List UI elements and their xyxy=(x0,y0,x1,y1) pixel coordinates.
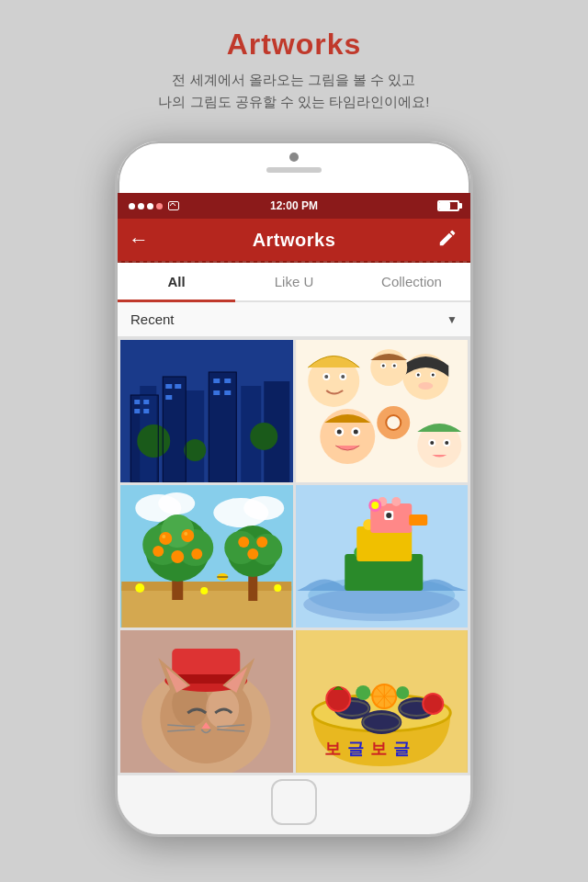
svg-point-45 xyxy=(381,365,384,368)
svg-point-69 xyxy=(171,550,184,563)
artwork-6-image: 보 글 보 글 xyxy=(296,630,469,773)
svg-point-83 xyxy=(274,584,281,592)
svg-point-73 xyxy=(184,532,187,536)
svg-rect-13 xyxy=(175,384,181,389)
svg-point-79 xyxy=(256,537,267,548)
artwork-1[interactable] xyxy=(120,340,293,482)
signal-dot-4 xyxy=(156,203,163,209)
svg-point-20 xyxy=(250,423,277,450)
svg-rect-12 xyxy=(165,384,172,389)
artwork-3-image xyxy=(120,485,293,628)
signal-dot-1 xyxy=(129,203,135,209)
back-button[interactable]: ← xyxy=(129,228,149,252)
svg-point-82 xyxy=(200,587,208,594)
svg-point-57 xyxy=(158,492,195,514)
svg-point-29 xyxy=(324,375,328,379)
svg-rect-5 xyxy=(209,372,236,482)
edit-button[interactable] xyxy=(437,228,458,252)
artwork-4[interactable] xyxy=(296,485,469,628)
home-button[interactable] xyxy=(271,779,317,825)
svg-rect-15 xyxy=(213,379,220,383)
artwork-6[interactable]: 보 글 보 글 xyxy=(296,630,469,773)
svg-point-41 xyxy=(353,430,357,435)
battery-icon xyxy=(437,200,459,211)
svg-point-100 xyxy=(391,497,401,506)
signal-dot-3 xyxy=(147,203,153,209)
sort-arrow-icon: ▼ xyxy=(447,313,458,326)
tab-all[interactable]: All xyxy=(118,263,235,300)
artwork-2[interactable] xyxy=(296,340,469,482)
front-camera xyxy=(289,153,299,162)
svg-point-59 xyxy=(243,496,284,520)
svg-rect-16 xyxy=(224,379,231,383)
svg-text:보: 보 xyxy=(370,740,387,758)
page-subtitle: 전 세계에서 올라오는 그림을 볼 수 있고 나의 그림도 공유할 수 있는 타… xyxy=(121,69,466,113)
speaker-slot xyxy=(266,167,322,173)
sort-bar[interactable]: Recent ▼ xyxy=(118,302,470,337)
svg-point-54 xyxy=(445,441,448,445)
svg-point-71 xyxy=(191,548,202,560)
svg-point-134 xyxy=(327,688,349,710)
svg-point-103 xyxy=(386,513,391,518)
svg-point-67 xyxy=(159,532,172,545)
svg-point-53 xyxy=(430,441,434,445)
svg-point-81 xyxy=(135,583,144,593)
svg-rect-3 xyxy=(163,377,186,482)
svg-point-136 xyxy=(424,695,442,713)
page-background: Artworks 전 세계에서 올라오는 그림을 볼 수 있고 나의 그림도 공… xyxy=(0,0,588,882)
artwork-3[interactable] xyxy=(120,485,293,628)
nav-bar: ← Artworks xyxy=(118,219,470,263)
svg-point-70 xyxy=(153,546,164,557)
wifi-icon xyxy=(168,201,179,210)
phone-shell: 12:00 PM ← Artworks All Like U Collectio… xyxy=(115,139,473,837)
pencil-icon xyxy=(437,228,458,248)
svg-text:글: 글 xyxy=(347,740,364,758)
art-grid: 보 글 보 글 xyxy=(118,337,470,775)
tabs-bar: All Like U Collection xyxy=(118,263,470,302)
svg-point-30 xyxy=(341,375,345,379)
svg-text:보: 보 xyxy=(324,740,341,758)
tab-like-u[interactable]: Like U xyxy=(235,263,353,300)
svg-point-36 xyxy=(418,382,433,390)
svg-rect-14 xyxy=(165,395,172,400)
svg-point-105 xyxy=(371,502,379,509)
artwork-5[interactable] xyxy=(120,630,293,773)
svg-point-78 xyxy=(238,537,249,548)
svg-point-68 xyxy=(181,529,194,542)
artwork-5-image xyxy=(120,630,293,773)
svg-rect-101 xyxy=(409,514,427,526)
status-bar: 12:00 PM xyxy=(118,193,470,219)
artwork-2-image xyxy=(296,340,469,482)
phone-top-details xyxy=(266,153,322,173)
nav-title: Artworks xyxy=(253,230,336,251)
svg-point-72 xyxy=(162,535,165,538)
svg-rect-4 xyxy=(186,390,204,482)
svg-point-21 xyxy=(184,439,206,461)
phone-content: All Like U Collection Recent ▼ xyxy=(118,263,470,834)
svg-rect-17 xyxy=(213,390,220,395)
svg-point-143 xyxy=(356,685,370,700)
battery-fill xyxy=(439,202,450,209)
svg-text:글: 글 xyxy=(393,740,410,758)
svg-rect-11 xyxy=(143,409,149,413)
svg-point-144 xyxy=(396,686,409,699)
svg-rect-8 xyxy=(134,400,140,404)
svg-rect-9 xyxy=(143,400,149,404)
svg-rect-10 xyxy=(134,409,140,413)
svg-point-35 xyxy=(431,374,434,377)
svg-point-88 xyxy=(303,588,459,621)
status-time: 12:00 PM xyxy=(270,199,318,212)
signal-dot-2 xyxy=(138,203,144,209)
artwork-1-image xyxy=(120,340,293,482)
title-section: Artworks 전 세계에서 올라오는 그림을 볼 수 있고 나의 그림도 공… xyxy=(121,28,466,113)
svg-point-46 xyxy=(392,365,395,368)
svg-point-40 xyxy=(336,430,341,435)
signal-dots xyxy=(129,201,179,210)
sort-label: Recent xyxy=(130,311,175,327)
svg-point-19 xyxy=(137,424,170,458)
artwork-4-image xyxy=(296,485,469,628)
tab-collection[interactable]: Collection xyxy=(353,263,470,300)
page-title: Artworks xyxy=(121,28,466,62)
svg-point-80 xyxy=(247,548,258,560)
svg-rect-18 xyxy=(224,390,231,395)
